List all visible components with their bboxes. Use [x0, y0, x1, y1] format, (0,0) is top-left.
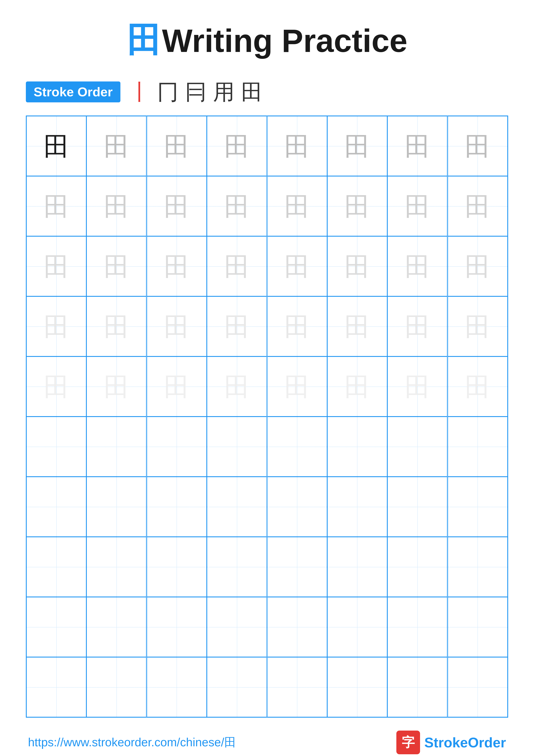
grid-cell-empty[interactable]	[26, 477, 87, 537]
grid-cell-empty[interactable]	[447, 477, 508, 537]
grid-cell-empty[interactable]	[267, 657, 327, 717]
grid-cell-empty[interactable]	[327, 477, 387, 537]
grid-cell[interactable]: 田	[207, 296, 267, 357]
practice-char: 田	[43, 254, 69, 279]
grid-cell-empty[interactable]	[207, 597, 267, 657]
grid-cell[interactable]: 田	[447, 236, 508, 296]
practice-char: 田	[344, 193, 370, 219]
grid-cell-empty[interactable]	[447, 597, 508, 657]
grid-cell-empty[interactable]	[207, 417, 267, 477]
grid-cell[interactable]: 田	[447, 357, 508, 417]
grid-cell-empty[interactable]	[147, 477, 207, 537]
grid-cell-empty[interactable]	[327, 597, 387, 657]
stroke-order-section: Stroke Order 丨 冂 冃 用 田	[26, 81, 508, 103]
practice-char: 田	[224, 193, 250, 219]
grid-cell-empty[interactable]	[447, 657, 508, 717]
grid-cell-empty[interactable]	[147, 417, 207, 477]
grid-cell-empty[interactable]	[207, 477, 267, 537]
grid-cell-empty[interactable]	[87, 597, 146, 657]
grid-cell-empty[interactable]	[267, 417, 327, 477]
grid-cell[interactable]: 田	[327, 357, 387, 417]
grid-cell-empty[interactable]	[447, 417, 508, 477]
grid-cell-empty[interactable]	[267, 477, 327, 537]
grid-cell-empty[interactable]	[87, 477, 146, 537]
grid-cell[interactable]: 田	[387, 236, 447, 296]
grid-cell[interactable]: 田	[26, 116, 87, 176]
grid-cell[interactable]: 田	[447, 116, 508, 176]
practice-char: 田	[465, 374, 491, 399]
practice-char: 田	[465, 133, 491, 159]
grid-cell[interactable]: 田	[207, 357, 267, 417]
grid-cell[interactable]: 田	[387, 176, 447, 236]
footer-url[interactable]: https://www.strokeorder.com/chinese/田	[28, 735, 236, 750]
grid-cell-empty[interactable]	[87, 537, 146, 597]
grid-cell[interactable]: 田	[267, 176, 327, 236]
grid-cell-empty[interactable]	[26, 657, 87, 717]
grid-cell[interactable]: 田	[207, 236, 267, 296]
grid-cell-empty[interactable]	[207, 537, 267, 597]
grid-cell-empty[interactable]	[387, 537, 447, 597]
page: 田 Writing Practice Stroke Order 丨 冂 冃 用 …	[0, 0, 534, 756]
grid-cell[interactable]: 田	[26, 236, 87, 296]
brand-name-black: Stroke	[424, 735, 468, 750]
grid-cell[interactable]: 田	[387, 296, 447, 357]
grid-cell-empty[interactable]	[267, 537, 327, 597]
practice-char: 田	[43, 193, 69, 219]
grid-cell[interactable]: 田	[267, 236, 327, 296]
grid-cell-empty[interactable]	[26, 597, 87, 657]
grid-cell-empty[interactable]	[327, 417, 387, 477]
grid-cell[interactable]: 田	[327, 176, 387, 236]
grid-cell[interactable]: 田	[26, 296, 87, 357]
grid-cell-empty[interactable]	[26, 417, 87, 477]
grid-cell-empty[interactable]	[207, 657, 267, 717]
grid-cell-empty[interactable]	[26, 537, 87, 597]
practice-char: 田	[104, 254, 129, 279]
title-text: Writing Practice	[162, 23, 407, 59]
grid-cell[interactable]: 田	[87, 357, 146, 417]
grid-cell[interactable]: 田	[147, 357, 207, 417]
grid-cell[interactable]: 田	[87, 176, 146, 236]
stroke-step-3: 冃	[185, 81, 207, 103]
grid-cell[interactable]: 田	[26, 357, 87, 417]
grid-cell[interactable]: 田	[147, 176, 207, 236]
grid-cell-empty[interactable]	[147, 597, 207, 657]
grid-cell[interactable]: 田	[87, 236, 146, 296]
grid-cell-empty[interactable]	[327, 537, 387, 597]
grid-cell-empty[interactable]	[387, 597, 447, 657]
practice-char: 田	[405, 193, 430, 219]
grid-cell-empty[interactable]	[327, 657, 387, 717]
grid-cell[interactable]: 田	[447, 176, 508, 236]
practice-char: 田	[284, 374, 310, 399]
practice-char: 田	[284, 254, 310, 279]
grid-cell-empty[interactable]	[87, 417, 146, 477]
practice-char: 田	[465, 193, 491, 219]
grid-cell-empty[interactable]	[387, 477, 447, 537]
grid-cell[interactable]: 田	[267, 357, 327, 417]
grid-cell[interactable]: 田	[207, 176, 267, 236]
grid-cell-empty[interactable]	[147, 657, 207, 717]
title-char: 田	[127, 21, 161, 59]
grid-cell-empty[interactable]	[267, 597, 327, 657]
grid-cell[interactable]: 田	[267, 116, 327, 176]
grid-cell-empty[interactable]	[387, 657, 447, 717]
grid-cell-empty[interactable]	[147, 537, 207, 597]
grid-cell[interactable]: 田	[26, 176, 87, 236]
grid-cell[interactable]: 田	[327, 116, 387, 176]
grid-cell[interactable]: 田	[87, 116, 146, 176]
grid-cell[interactable]: 田	[387, 116, 447, 176]
grid-cell[interactable]: 田	[267, 296, 327, 357]
grid-cell-empty[interactable]	[87, 657, 146, 717]
grid-cell[interactable]: 田	[147, 236, 207, 296]
grid-cell[interactable]: 田	[87, 296, 146, 357]
grid-cell[interactable]: 田	[147, 296, 207, 357]
grid-cell[interactable]: 田	[207, 116, 267, 176]
grid-cell[interactable]: 田	[447, 296, 508, 357]
grid-cell[interactable]: 田	[147, 116, 207, 176]
practice-char: 田	[164, 374, 190, 399]
grid-cell[interactable]: 田	[387, 357, 447, 417]
grid-cell-empty[interactable]	[447, 537, 508, 597]
grid-cell[interactable]: 田	[327, 236, 387, 296]
grid-cell[interactable]: 田	[327, 296, 387, 357]
practice-grid: 田 田 田 田 田 田 田 田 田 田 田	[26, 116, 508, 717]
grid-cell-empty[interactable]	[387, 417, 447, 477]
